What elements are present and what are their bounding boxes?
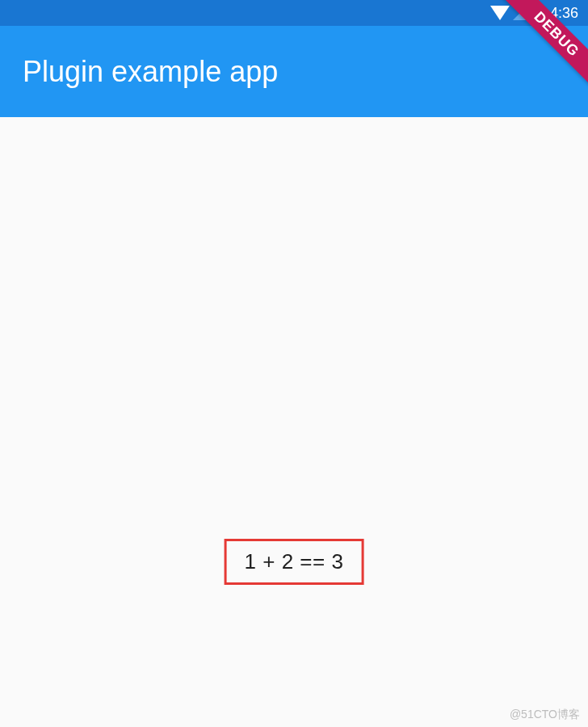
app-bar: Plugin example app bbox=[0, 26, 588, 117]
wifi-icon bbox=[490, 6, 510, 20]
app-title: Plugin example app bbox=[23, 55, 278, 89]
app-body: 1 + 2 == 3 bbox=[0, 117, 588, 727]
watermark: @51CTO博客 bbox=[510, 708, 580, 722]
result-text: 1 + 2 == 3 bbox=[225, 539, 364, 585]
status-bar: ⚡ 4:36 bbox=[0, 0, 588, 26]
